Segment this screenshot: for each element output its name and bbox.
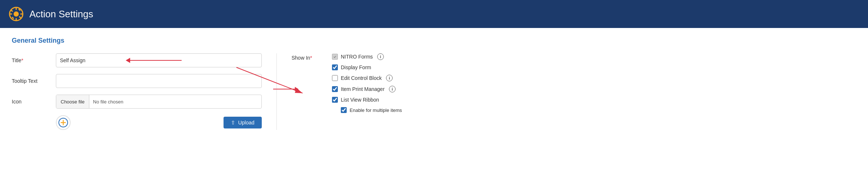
choose-file-button[interactable]: Choose file — [56, 95, 89, 108]
upload-button[interactable]: ⇧ Upload — [224, 117, 262, 128]
add-circle-icon — [58, 117, 68, 128]
arrowhead — [295, 87, 299, 91]
required-star: * — [21, 57, 23, 63]
edit-control-block-info-icon[interactable]: i — [386, 75, 393, 81]
icon-row: Icon Choose file No file chosen — [12, 95, 262, 109]
checkboxes-column: NITRO Forms i Display Form Edit Control … — [332, 53, 402, 113]
app-header: Action Settings — [0, 0, 868, 28]
nitro-forms-label: NITRO Forms — [341, 54, 373, 60]
list-view-ribbon-label: List View Ribbon — [341, 97, 379, 103]
checkbox-row-item-print-manager: Item Print Manager i — [332, 86, 402, 92]
title-input[interactable] — [56, 53, 262, 67]
checkbox-row-display-form: Display Form — [332, 64, 402, 70]
item-print-manager-checkbox[interactable] — [332, 86, 338, 92]
svg-rect-2 — [16, 7, 17, 10]
display-form-label: Display Form — [341, 64, 371, 70]
nitro-forms-info-icon[interactable]: i — [377, 53, 384, 60]
show-in-section: Show In* NITRO Forms i Display Form — [292, 53, 856, 113]
right-panel: Show In* NITRO Forms i Display Form — [276, 53, 856, 130]
title-row: Title* — [12, 53, 262, 67]
left-panel: Title* Tooltip Text Icon Choose file — [12, 53, 276, 130]
icon-label: Icon — [12, 99, 56, 105]
no-file-label: No file chosen — [89, 99, 127, 105]
svg-rect-7 — [19, 16, 21, 18]
enable-multiple-label: Enable for multiple items — [350, 107, 402, 113]
arrow-line-segment1 — [273, 89, 295, 89]
edit-control-block-checkbox[interactable] — [332, 75, 338, 81]
show-in-label: Show In* — [292, 53, 325, 61]
display-form-checkbox[interactable] — [332, 64, 338, 70]
icon-preview — [56, 115, 71, 130]
item-print-manager-label: Item Print Manager — [341, 86, 385, 92]
title-label: Title* — [12, 57, 56, 63]
tooltip-input[interactable] — [56, 74, 262, 88]
upload-icon: ⇧ — [231, 120, 235, 126]
enable-multiple-checkbox[interactable] — [341, 107, 347, 113]
checkbox-row-list-view-ribbon: List View Ribbon — [332, 97, 402, 103]
svg-rect-5 — [20, 14, 23, 15]
sub-checkbox-row-enable-multiple: Enable for multiple items — [341, 107, 402, 113]
item-print-manager-info-icon[interactable]: i — [389, 86, 396, 92]
edit-control-block-label: Edit Control Block — [341, 75, 382, 81]
svg-rect-4 — [10, 14, 12, 15]
main-layout: Title* Tooltip Text Icon Choose file — [12, 53, 856, 130]
icon-upload-row: ⇧ Upload — [56, 115, 262, 130]
nitro-forms-checkbox-disabled — [332, 54, 338, 60]
list-view-ribbon-checkbox[interactable] — [332, 97, 338, 103]
checkbox-row-nitro-forms: NITRO Forms i — [332, 53, 402, 60]
content-area: General Settings Title* Tooltip Text — [0, 28, 868, 194]
file-input-container: Choose file No file chosen — [56, 95, 262, 109]
tooltip-label: Tooltip Text — [12, 78, 56, 84]
svg-rect-3 — [16, 18, 17, 21]
checkbox-row-edit-control-block: Edit Control Block i — [332, 75, 402, 81]
page-title: Action Settings — [29, 8, 93, 20]
section-title: General Settings — [12, 37, 856, 45]
svg-point-1 — [14, 11, 19, 17]
print-manager-arrow — [273, 87, 299, 91]
gear-icon — [9, 7, 24, 21]
tooltip-row: Tooltip Text — [12, 74, 262, 88]
